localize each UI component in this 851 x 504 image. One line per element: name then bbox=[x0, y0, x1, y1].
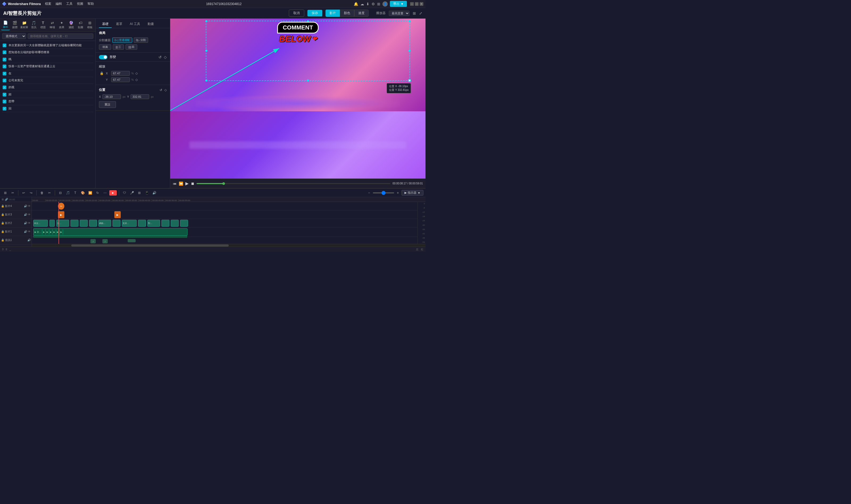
search-input[interactable] bbox=[28, 34, 93, 39]
handle-br[interactable] bbox=[408, 79, 411, 82]
notification-icon[interactable]: 🔔 bbox=[354, 2, 358, 6]
tool-audio[interactable]: 🎵 音訊 bbox=[29, 20, 38, 30]
cloud-icon[interactable]: ☁ bbox=[360, 2, 364, 6]
quality-select[interactable]: 最高質量 bbox=[389, 11, 410, 16]
track4-speaker-icon[interactable]: 🔊 bbox=[24, 204, 27, 208]
tl-delete-button[interactable]: 🗑 bbox=[39, 190, 45, 196]
tl-add-track-button[interactable]: ⊞ bbox=[2, 190, 8, 196]
snap-icon[interactable]: ⊞ bbox=[2, 198, 4, 201]
layout-4-btn[interactable]: |||| 四 bbox=[125, 44, 137, 50]
split-btn[interactable]: 0▷ 分割 bbox=[134, 37, 149, 43]
minimize-button[interactable]: ─ bbox=[410, 2, 414, 6]
track1-lock-icon[interactable]: 🔒 bbox=[1, 230, 4, 233]
tab-video[interactable]: 影片 bbox=[326, 10, 340, 17]
clip-2-8[interactable]: 支持… bbox=[122, 220, 137, 227]
menu-help[interactable]: 幫助 bbox=[87, 2, 94, 6]
skip-back-button[interactable]: ⏮ bbox=[173, 181, 177, 186]
tool-transition[interactable]: ⇄ 轉場 bbox=[48, 20, 57, 30]
track4-eye-icon[interactable]: 👁 bbox=[28, 204, 31, 208]
tl-vol-button[interactable]: 🔊 bbox=[151, 190, 157, 196]
play-button[interactable]: ▶ bbox=[185, 181, 189, 186]
cancel-button[interactable]: 取消 bbox=[289, 10, 304, 17]
menu-tools[interactable]: 工具 bbox=[66, 2, 73, 6]
tool-sticker[interactable]: 🏷 貼圖 bbox=[76, 20, 85, 30]
handle-tl[interactable] bbox=[205, 20, 207, 22]
tl-color-button[interactable]: 🎨 bbox=[80, 190, 86, 196]
tl-redo-button[interactable]: ↪ bbox=[28, 190, 34, 196]
user-avatar[interactable]: 👤 bbox=[382, 1, 388, 7]
tool-media[interactable]: 🎬 媒體 bbox=[11, 20, 19, 30]
prop-tab-basic[interactable]: 基礎 bbox=[99, 21, 112, 28]
position-keyframe-icon[interactable]: ◇ bbox=[164, 88, 167, 92]
menu-edit[interactable]: 編輯 bbox=[56, 2, 62, 6]
export-button[interactable]: 導出 ▼ bbox=[390, 1, 407, 7]
tool-library[interactable]: 📁 素材庫 bbox=[20, 20, 29, 30]
magnet-icon[interactable]: 🔗 bbox=[5, 198, 8, 201]
grid-icon[interactable]: ⊞ bbox=[377, 2, 380, 6]
tl-text-button[interactable]: T bbox=[72, 190, 79, 196]
maximize-button[interactable]: □ bbox=[415, 2, 419, 6]
position-reset-icon[interactable]: ↺ bbox=[160, 88, 162, 92]
clip-2-13[interactable] bbox=[180, 220, 188, 227]
checkbox-9[interactable]: ✓ bbox=[3, 100, 6, 103]
audio1-lock-icon[interactable]: 🔒 bbox=[1, 238, 4, 241]
transform-keyframe-icon[interactable]: ◇ bbox=[164, 55, 167, 59]
checkbox-10[interactable]: ✓ bbox=[3, 107, 6, 110]
track2-lock-icon[interactable]: 🔒 bbox=[1, 221, 4, 224]
tl-audio-button[interactable]: 🎵 bbox=[65, 190, 71, 196]
zoom-x-keyframe-icon[interactable]: ◇ bbox=[135, 71, 138, 75]
tab-speed[interactable]: 速度 bbox=[354, 10, 369, 17]
track2-eye-icon[interactable]: 👁 bbox=[28, 221, 31, 224]
checkbox-3[interactable]: ✓ bbox=[3, 58, 6, 61]
reset-button[interactable]: 重設 bbox=[99, 101, 116, 108]
stop-button[interactable]: ⏹ bbox=[191, 181, 194, 186]
fill-btn[interactable]: 填滿 bbox=[99, 44, 111, 50]
tl-undo-button[interactable]: ↩ bbox=[20, 190, 27, 196]
clip-2-11[interactable] bbox=[161, 220, 169, 227]
normal-fit-btn[interactable]: 0◁ 普通適配 bbox=[112, 37, 132, 43]
timeline-scrollbar[interactable] bbox=[32, 244, 426, 247]
track3-lock-icon[interactable]: 🔒 bbox=[1, 213, 4, 216]
zoom-in-button[interactable]: ＋ bbox=[395, 190, 400, 196]
zoom-x-input[interactable] bbox=[111, 71, 130, 76]
audio-clip-3[interactable] bbox=[128, 239, 136, 242]
zoom-y-keyframe-icon[interactable]: ◇ bbox=[135, 78, 138, 82]
handle-tr[interactable] bbox=[409, 20, 411, 22]
tool-title[interactable]: T 標題 bbox=[38, 20, 47, 30]
lock-icon[interactable]: 🔒 bbox=[99, 71, 104, 75]
mode-select[interactable]: 選擇模式 bbox=[2, 33, 26, 39]
prop-tab-anim[interactable]: 動畫 bbox=[144, 21, 157, 28]
layout-3-btn[interactable]: ||| 三 bbox=[113, 44, 124, 50]
handle-ml[interactable] bbox=[205, 50, 207, 52]
checkbox-8[interactable]: ✓ bbox=[3, 93, 6, 96]
tl-shield-button[interactable]: 🛡 bbox=[121, 190, 128, 196]
menu-view[interactable]: 視圖 bbox=[77, 2, 83, 6]
tl-phone-button[interactable]: 📱 bbox=[144, 190, 150, 196]
tool-effects[interactable]: ✦ 效果 bbox=[57, 20, 66, 30]
clip-2-3[interactable] bbox=[70, 220, 79, 227]
clip-2-10[interactable]: 對… bbox=[147, 220, 160, 227]
zoom-y-input[interactable] bbox=[111, 77, 130, 82]
indicator-button[interactable]: ▶ 指示器 ▼ bbox=[402, 190, 423, 196]
tool-filter[interactable]: 🔮 濾鏡 bbox=[67, 20, 75, 30]
clip-2-7[interactable] bbox=[112, 220, 120, 227]
transform-reset-icon[interactable]: ↺ bbox=[158, 55, 162, 59]
track4-lock-icon[interactable]: 🔒 bbox=[1, 204, 4, 208]
tool-script[interactable]: 📄 腳本 bbox=[1, 20, 10, 30]
volume-thumb[interactable] bbox=[222, 182, 225, 185]
track2-speaker-icon[interactable]: 🔊 bbox=[24, 221, 27, 224]
tl-crop-button[interactable]: ⊟ bbox=[57, 190, 64, 196]
checkbox-4[interactable]: ✓ bbox=[3, 65, 6, 68]
tl-layers-button[interactable]: ⊞ bbox=[136, 190, 142, 196]
tl-mic-button[interactable]: 🎤 bbox=[129, 190, 135, 196]
step-back-button[interactable]: ⏪ bbox=[179, 181, 183, 186]
download-icon[interactable]: ⬇ bbox=[366, 2, 369, 6]
checkbox-6[interactable]: ✓ bbox=[3, 79, 6, 83]
clip-1-main[interactable]: ▶ 新… ▶ ▶ ▶ ▶ ▶ ▶ bbox=[33, 228, 188, 236]
checkbox-1[interactable]: ✓ bbox=[3, 43, 6, 47]
track3-speaker-icon[interactable]: 🔊 bbox=[24, 213, 27, 216]
audio-clip-1[interactable]: ♪ bbox=[90, 239, 96, 244]
scroll-thumb[interactable] bbox=[71, 245, 229, 247]
track3-eye-icon[interactable]: 👁 bbox=[28, 213, 31, 216]
save-button[interactable]: 保存 bbox=[308, 10, 322, 17]
